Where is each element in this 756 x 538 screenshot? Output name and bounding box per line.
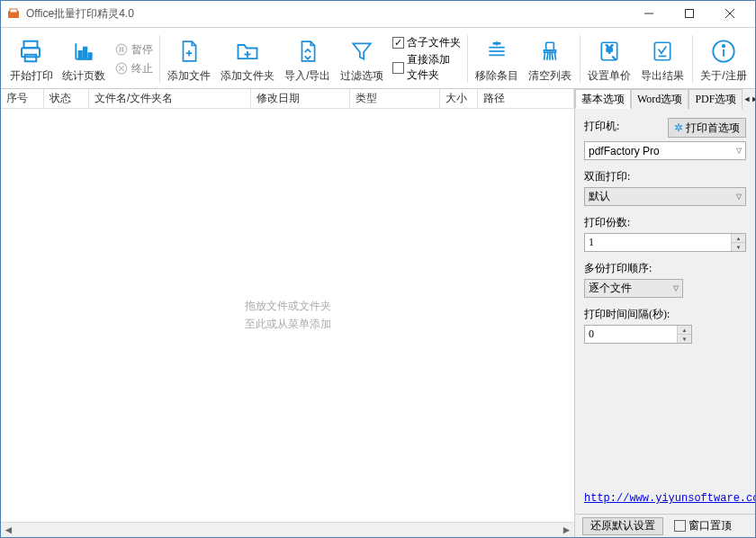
export-icon — [651, 36, 674, 67]
col-status[interactable]: 状态 — [44, 89, 89, 108]
panel-footer: 还原默认设置 窗口置顶 — [575, 514, 755, 537]
order-label: 多份打印顺序: — [584, 261, 746, 276]
col-path[interactable]: 路径 — [478, 89, 574, 108]
spin-down[interactable]: ▼ — [677, 335, 691, 343]
website-link[interactable]: http://www.yiyunsoftware.com/ — [584, 492, 746, 505]
chart-icon — [72, 36, 95, 67]
interval-spinner[interactable]: 0▲▼ — [584, 325, 692, 344]
svg-text:¥: ¥ — [606, 42, 614, 56]
stop-icon — [114, 61, 129, 76]
add-folder-button[interactable]: 添加文件夹 — [216, 30, 280, 88]
clear-list-button[interactable]: 清空列表 — [524, 30, 577, 88]
tab-basic[interactable]: 基本选项 — [575, 89, 631, 109]
filter-button[interactable]: 过滤选项 — [336, 30, 389, 88]
tab-scroll-right[interactable]: ► — [751, 89, 756, 109]
stop-button[interactable]: 终止 — [114, 61, 153, 76]
import-export-icon — [296, 36, 320, 67]
info-icon — [711, 36, 736, 67]
add-file-button[interactable]: 添加文件 — [163, 30, 216, 88]
scroll-right-arrow[interactable]: ► — [559, 523, 574, 538]
price-icon: ¥ — [598, 36, 621, 67]
svg-rect-11 — [79, 51, 82, 59]
window-buttons — [628, 1, 750, 27]
svg-point-39 — [723, 45, 724, 47]
app-icon — [6, 7, 21, 22]
col-seq[interactable]: 序号 — [1, 89, 44, 108]
tab-scroll-left[interactable]: ◄ — [742, 89, 751, 109]
horizontal-scrollbar[interactable]: ◄ ► — [1, 522, 574, 537]
spin-up[interactable]: ▲ — [731, 234, 745, 243]
checkbox-icon — [392, 62, 404, 74]
svg-rect-15 — [120, 47, 122, 52]
tab-body: 打印机: ✲打印首选项 pdfFactory Pro▽ 双面打印: 默认▽ 打印… — [575, 108, 755, 514]
set-price-button[interactable]: ¥ 设置单价 — [583, 30, 636, 88]
options-panel: 基本选项 Word选项 PDF选项 ◄ ► 打印机: ✲打印首选项 pdfFac… — [575, 89, 755, 537]
option-tabs: 基本选项 Word选项 PDF选项 ◄ ► — [575, 89, 755, 109]
order-select[interactable]: 逐个文件▽ — [584, 279, 683, 298]
gear-icon: ✲ — [674, 121, 683, 134]
svg-line-31 — [553, 52, 554, 60]
printer-icon — [17, 36, 44, 67]
copies-spinner[interactable]: 1▲▼ — [584, 233, 746, 252]
duplex-label: 双面打印: — [584, 169, 746, 184]
remove-icon — [485, 36, 508, 67]
maximize-button[interactable] — [669, 1, 709, 26]
svg-rect-13 — [89, 53, 92, 58]
file-list-panel: 序号 状态 文件名/文件夹名 修改日期 类型 大小 路径 拖放文件或文件夹 至此… — [1, 89, 575, 537]
interval-label: 打印时间间隔(秒): — [584, 307, 746, 322]
duplex-select[interactable]: 默认▽ — [584, 187, 746, 206]
stat-pages-button[interactable]: 统计页数 — [58, 30, 111, 88]
pause-button[interactable]: 暂停 — [114, 42, 153, 58]
chevron-down-icon: ▽ — [736, 193, 742, 201]
start-print-button[interactable]: 开始打印 — [4, 30, 58, 88]
scroll-left-arrow[interactable]: ◄ — [1, 523, 16, 538]
window-title: Office批量打印精灵4.0 — [26, 6, 628, 22]
svg-rect-8 — [25, 55, 37, 62]
toolbar: 开始打印 统计页数 暂停 终止 添加文件 添加文件夹 导入/导出 过滤选项 ✓含… — [1, 28, 755, 89]
about-button[interactable]: 关于/注册 — [696, 30, 752, 88]
printer-preferences-button[interactable]: ✲打印首选项 — [668, 118, 746, 138]
tab-word[interactable]: Word选项 — [631, 89, 688, 109]
svg-point-14 — [116, 44, 127, 55]
col-size[interactable]: 大小 — [440, 89, 478, 108]
remove-item-button[interactable]: 移除条目 — [471, 30, 524, 88]
import-export-button[interactable]: 导入/导出 — [280, 30, 336, 88]
spin-down[interactable]: ▼ — [731, 243, 745, 251]
chevron-down-icon: ▽ — [673, 284, 679, 292]
svg-rect-16 — [122, 47, 124, 52]
copies-label: 打印份数: — [584, 215, 746, 230]
include-subfolder-checkbox[interactable]: ✓含子文件夹 — [392, 35, 461, 50]
checkbox-icon — [674, 520, 686, 532]
direct-add-folder-checkbox[interactable]: 直接添加文件夹 — [392, 52, 461, 83]
svg-rect-3 — [685, 10, 693, 18]
svg-rect-12 — [84, 48, 86, 59]
spin-up[interactable]: ▲ — [677, 326, 691, 335]
pause-icon — [114, 42, 129, 57]
checkbox-checked-icon: ✓ — [392, 37, 404, 49]
col-type[interactable]: 类型 — [350, 89, 440, 108]
drop-placeholder: 拖放文件或文件夹 至此或从菜单添加 — [245, 298, 331, 332]
svg-rect-1 — [10, 9, 17, 13]
col-filename[interactable]: 文件名/文件夹名 — [89, 89, 251, 108]
file-plus-icon — [177, 36, 201, 67]
minimize-button[interactable] — [628, 1, 669, 26]
tab-pdf[interactable]: PDF选项 — [688, 89, 742, 109]
svg-rect-6 — [24, 41, 38, 49]
titlebar: Office批量打印精灵4.0 — [1, 1, 755, 28]
close-button[interactable] — [709, 1, 750, 26]
folder-plus-icon — [235, 36, 260, 67]
export-result-button[interactable]: 导出结果 — [636, 30, 689, 88]
topmost-checkbox[interactable]: 窗口置顶 — [674, 518, 732, 534]
svg-rect-27 — [546, 42, 554, 50]
list-header: 序号 状态 文件名/文件夹名 修改日期 类型 大小 路径 — [1, 89, 574, 109]
chevron-down-icon: ▽ — [736, 147, 742, 155]
filter-icon — [350, 36, 374, 67]
svg-line-29 — [547, 52, 548, 60]
svg-line-32 — [555, 52, 556, 60]
printer-select[interactable]: pdfFactory Pro▽ — [584, 141, 746, 160]
broom-icon — [538, 36, 562, 67]
col-mdate[interactable]: 修改日期 — [251, 89, 350, 108]
restore-defaults-button[interactable]: 还原默认设置 — [582, 517, 663, 535]
list-body[interactable]: 拖放文件或文件夹 至此或从菜单添加 — [1, 109, 574, 522]
svg-line-28 — [544, 52, 545, 60]
